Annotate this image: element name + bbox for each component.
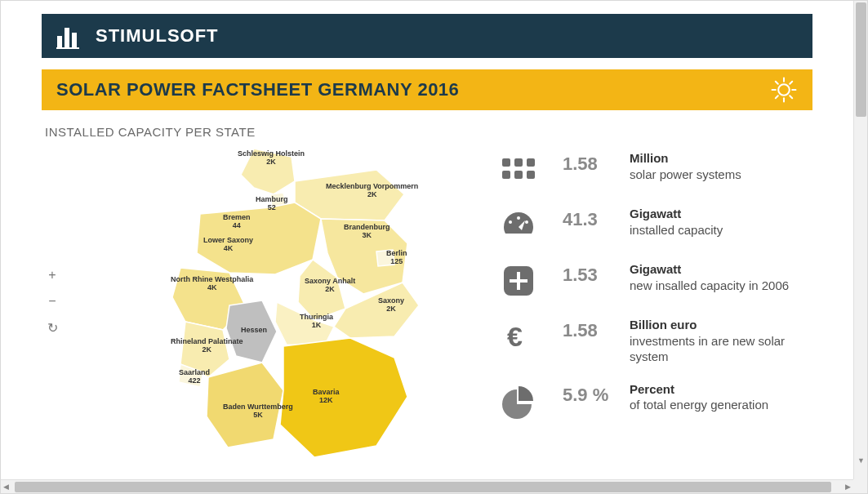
report-page: STIMULSOFT SOLAR POWER FACTSHEET GERMANY… (42, 1, 812, 479)
svg-rect-14 (514, 158, 523, 167)
state-bavaria[interactable] (280, 338, 407, 457)
reset-view-button[interactable]: ↻ (45, 320, 60, 335)
horizontal-scroll-thumb[interactable] (15, 482, 831, 492)
stat-head: Million (630, 151, 669, 165)
map-controls: + − ↻ (45, 268, 60, 335)
svg-text:€: € (507, 321, 523, 352)
scroll-corner (853, 479, 867, 493)
brand-bar: STIMULSOFT (42, 14, 812, 58)
grid-icon (499, 150, 538, 189)
map-column: + − ↻ (42, 145, 499, 472)
stat-row: 1.58Millionsolar power systems (499, 150, 812, 189)
scroll-down-icon[interactable]: ▼ (857, 457, 865, 465)
stat-row: €1.58Billion euroinvestments in are new … (499, 317, 812, 365)
state-hessen[interactable] (226, 300, 277, 363)
stat-tail: installed capacity (630, 223, 723, 237)
stat-description: Percentof total energy generation (630, 381, 768, 413)
svg-rect-2 (72, 33, 77, 47)
germany-map[interactable]: Schleswig Holstein2KMecklenburg Vorpomme… (131, 145, 483, 472)
page-title: SOLAR POWER FACTSHEET GERMANY 2016 (56, 79, 459, 100)
svg-rect-16 (502, 171, 510, 179)
bar-chart-icon (55, 21, 84, 51)
svg-rect-17 (514, 171, 523, 179)
stat-head: Percent (630, 382, 674, 396)
svg-rect-0 (57, 36, 62, 47)
euro-icon: € (499, 317, 538, 356)
stat-value: 1.58 (563, 150, 630, 175)
svg-line-9 (776, 82, 778, 84)
sun-icon (770, 76, 798, 104)
svg-rect-18 (527, 171, 535, 179)
svg-line-11 (776, 96, 778, 98)
svg-point-21 (525, 220, 528, 224)
vertical-scrollbar[interactable]: ▲ ▼ (853, 1, 867, 481)
section-label: INSTALLED CAPACITY PER STATE (42, 125, 812, 139)
stat-tail: new insalled capacity in 2006 (630, 278, 789, 292)
svg-point-20 (517, 216, 520, 220)
svg-line-10 (790, 96, 792, 98)
stat-row: 41.3Gigawattinstalled capacity (499, 206, 812, 245)
vertical-scroll-thumb[interactable] (856, 2, 866, 117)
gauge-icon (499, 206, 538, 245)
title-bar: SOLAR POWER FACTSHEET GERMANY 2016 (42, 69, 812, 110)
stat-head: Gigawatt (630, 262, 681, 276)
stat-description: Billion euroinvestments in are new solar… (630, 317, 812, 365)
stat-value: 5.9 % (563, 381, 630, 406)
stat-description: Gigawattnew insalled capacity in 2006 (630, 261, 789, 293)
state-schleswig-holstein[interactable] (241, 149, 295, 194)
svg-point-4 (778, 84, 790, 96)
state-berlin[interactable] (376, 250, 394, 266)
scroll-right-icon[interactable]: ▶ (845, 483, 852, 491)
stat-value: 41.3 (563, 206, 630, 230)
stat-description: Gigawattinstalled capacity (630, 206, 723, 238)
stat-tail: solar power systems (630, 167, 741, 181)
brand-name: STIMULSOFT (96, 25, 219, 47)
stat-tail: of total energy generation (630, 398, 768, 412)
svg-rect-13 (502, 158, 510, 167)
stat-tail: investments in are new solar system (630, 334, 785, 364)
svg-line-12 (790, 82, 792, 84)
svg-rect-24 (510, 279, 527, 283)
zoom-in-button[interactable]: + (45, 268, 60, 283)
report-viewport: STIMULSOFT SOLAR POWER FACTSHEET GERMANY… (0, 0, 868, 494)
content-row: + − ↻ (42, 145, 812, 472)
pie-icon (499, 381, 538, 421)
stat-value: 1.53 (563, 261, 630, 286)
svg-rect-1 (65, 28, 69, 47)
stats-column: 1.58Millionsolar power systems41.3Gigawa… (499, 145, 812, 472)
state-baden-wurttemberg[interactable] (207, 363, 283, 447)
scroll-left-icon[interactable]: ◀ (3, 483, 11, 491)
plus-icon (499, 261, 538, 300)
stat-head: Gigawatt (630, 207, 681, 220)
state-lower-saxony[interactable] (197, 202, 321, 274)
stat-value: 1.58 (563, 317, 630, 341)
state-saxony[interactable] (334, 283, 419, 338)
svg-point-19 (509, 220, 512, 224)
stat-row: 1.53Gigawattnew insalled capacity in 200… (499, 261, 812, 300)
svg-rect-3 (56, 47, 79, 49)
zoom-out-button[interactable]: − (45, 294, 60, 309)
stat-description: Millionsolar power systems (630, 150, 741, 182)
horizontal-scrollbar[interactable]: ◀ ▶ (1, 479, 855, 493)
stat-row: 5.9 %Percentof total energy generation (499, 381, 812, 421)
svg-rect-15 (527, 158, 535, 167)
stat-head: Billion euro (630, 318, 697, 332)
